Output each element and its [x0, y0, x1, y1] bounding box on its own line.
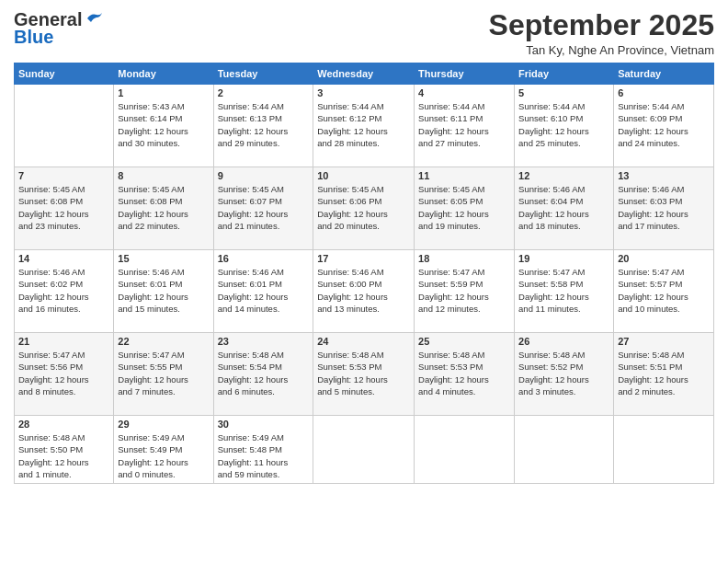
day-info: Sunrise: 5:45 AM Sunset: 6:07 PM Dayligh… [218, 183, 310, 232]
logo-blue-text: Blue [14, 27, 53, 48]
day-info: Sunrise: 5:46 AM Sunset: 6:04 PM Dayligh… [518, 183, 609, 232]
calendar-cell: 28Sunrise: 5:48 AM Sunset: 5:50 PM Dayli… [15, 416, 114, 484]
calendar-cell: 16Sunrise: 5:46 AM Sunset: 6:01 PM Dayli… [213, 250, 313, 333]
day-info: Sunrise: 5:46 AM Sunset: 6:01 PM Dayligh… [118, 266, 209, 315]
day-info: Sunrise: 5:48 AM Sunset: 5:53 PM Dayligh… [418, 349, 510, 397]
day-number: 27 [618, 336, 710, 347]
day-number: 4 [418, 87, 510, 98]
day-number: 10 [317, 170, 410, 181]
weekday-header-saturday: Saturday [614, 63, 714, 85]
day-number: 13 [618, 170, 710, 181]
calendar-cell: 11Sunrise: 5:45 AM Sunset: 6:05 PM Dayli… [415, 167, 515, 250]
calendar-cell: 17Sunrise: 5:46 AM Sunset: 6:00 PM Dayli… [313, 250, 415, 333]
calendar-table: SundayMondayTuesdayWednesdayThursdayFrid… [14, 63, 714, 484]
day-number: 26 [518, 336, 609, 347]
day-info: Sunrise: 5:48 AM Sunset: 5:53 PM Dayligh… [317, 349, 410, 397]
calendar-cell [15, 85, 114, 167]
weekday-header-sunday: Sunday [15, 63, 114, 85]
calendar-cell: 15Sunrise: 5:46 AM Sunset: 6:01 PM Dayli… [114, 250, 213, 333]
calendar-cell [313, 416, 415, 484]
calendar-cell: 20Sunrise: 5:47 AM Sunset: 5:57 PM Dayli… [614, 250, 714, 333]
calendar-cell: 24Sunrise: 5:48 AM Sunset: 5:53 PM Dayli… [313, 333, 415, 416]
day-number: 19 [518, 253, 609, 264]
calendar-cell [614, 416, 714, 484]
logo: General Blue [14, 9, 104, 48]
day-info: Sunrise: 5:45 AM Sunset: 6:06 PM Dayligh… [317, 183, 410, 232]
day-info: Sunrise: 5:47 AM Sunset: 5:58 PM Dayligh… [518, 266, 609, 315]
day-number: 14 [18, 253, 109, 264]
calendar-cell: 4Sunrise: 5:44 AM Sunset: 6:11 PM Daylig… [415, 85, 515, 167]
calendar-cell: 30Sunrise: 5:49 AM Sunset: 5:48 PM Dayli… [213, 416, 313, 484]
calendar-cell: 8Sunrise: 5:45 AM Sunset: 6:08 PM Daylig… [114, 167, 213, 250]
day-info: Sunrise: 5:48 AM Sunset: 5:52 PM Dayligh… [518, 349, 609, 397]
day-number: 18 [418, 253, 510, 264]
calendar-cell: 9Sunrise: 5:45 AM Sunset: 6:07 PM Daylig… [213, 167, 313, 250]
day-info: Sunrise: 5:47 AM Sunset: 5:57 PM Dayligh… [618, 266, 710, 315]
day-info: Sunrise: 5:46 AM Sunset: 6:01 PM Dayligh… [218, 266, 310, 315]
weekday-header-tuesday: Tuesday [213, 63, 313, 85]
calendar-cell: 13Sunrise: 5:46 AM Sunset: 6:03 PM Dayli… [614, 167, 714, 250]
day-info: Sunrise: 5:45 AM Sunset: 6:08 PM Dayligh… [118, 183, 209, 232]
day-number: 16 [218, 253, 310, 264]
calendar-cell [415, 416, 515, 484]
calendar-cell: 19Sunrise: 5:47 AM Sunset: 5:58 PM Dayli… [515, 250, 614, 333]
day-info: Sunrise: 5:46 AM Sunset: 6:02 PM Dayligh… [18, 266, 109, 315]
day-info: Sunrise: 5:45 AM Sunset: 6:08 PM Dayligh… [18, 183, 109, 232]
calendar-cell: 7Sunrise: 5:45 AM Sunset: 6:08 PM Daylig… [15, 167, 114, 250]
day-info: Sunrise: 5:47 AM Sunset: 5:59 PM Dayligh… [418, 266, 510, 315]
day-number: 17 [317, 253, 410, 264]
month-title: September 2025 [489, 9, 714, 41]
day-number: 7 [18, 170, 109, 181]
day-number: 21 [18, 336, 109, 347]
calendar-cell: 18Sunrise: 5:47 AM Sunset: 5:59 PM Dayli… [415, 250, 515, 333]
day-info: Sunrise: 5:44 AM Sunset: 6:12 PM Dayligh… [317, 100, 410, 149]
day-number: 6 [618, 87, 710, 98]
day-info: Sunrise: 5:44 AM Sunset: 6:13 PM Dayligh… [218, 100, 310, 149]
day-number: 30 [218, 419, 310, 430]
weekday-header-friday: Friday [515, 63, 614, 85]
calendar-cell: 6Sunrise: 5:44 AM Sunset: 6:09 PM Daylig… [614, 85, 714, 167]
day-number: 3 [317, 87, 410, 98]
logo-bird-icon [84, 11, 104, 26]
calendar-cell: 3Sunrise: 5:44 AM Sunset: 6:12 PM Daylig… [313, 85, 415, 167]
calendar-cell: 12Sunrise: 5:46 AM Sunset: 6:04 PM Dayli… [515, 167, 614, 250]
day-info: Sunrise: 5:47 AM Sunset: 5:56 PM Dayligh… [18, 349, 109, 397]
day-number: 29 [118, 419, 209, 430]
day-info: Sunrise: 5:48 AM Sunset: 5:51 PM Dayligh… [618, 349, 710, 397]
day-info: Sunrise: 5:44 AM Sunset: 6:11 PM Dayligh… [418, 100, 510, 149]
location: Tan Ky, Nghe An Province, Vietnam [489, 43, 714, 57]
calendar-cell: 29Sunrise: 5:49 AM Sunset: 5:49 PM Dayli… [114, 416, 213, 484]
day-number: 24 [317, 336, 410, 347]
day-info: Sunrise: 5:45 AM Sunset: 6:05 PM Dayligh… [418, 183, 510, 232]
calendar-cell: 22Sunrise: 5:47 AM Sunset: 5:55 PM Dayli… [114, 333, 213, 416]
day-number: 23 [218, 336, 310, 347]
day-number: 20 [618, 253, 710, 264]
calendar-cell: 2Sunrise: 5:44 AM Sunset: 6:13 PM Daylig… [213, 85, 313, 167]
calendar-cell: 23Sunrise: 5:48 AM Sunset: 5:54 PM Dayli… [213, 333, 313, 416]
day-info: Sunrise: 5:48 AM Sunset: 5:50 PM Dayligh… [18, 431, 109, 480]
calendar-cell: 26Sunrise: 5:48 AM Sunset: 5:52 PM Dayli… [515, 333, 614, 416]
weekday-header-thursday: Thursday [415, 63, 515, 85]
day-number: 11 [418, 170, 510, 181]
title-block: September 2025 Tan Ky, Nghe An Province,… [489, 9, 714, 57]
day-number: 28 [18, 419, 109, 430]
calendar-cell [515, 416, 614, 484]
day-info: Sunrise: 5:48 AM Sunset: 5:54 PM Dayligh… [218, 349, 310, 397]
calendar-cell: 25Sunrise: 5:48 AM Sunset: 5:53 PM Dayli… [415, 333, 515, 416]
day-info: Sunrise: 5:49 AM Sunset: 5:48 PM Dayligh… [218, 431, 310, 480]
calendar-cell: 27Sunrise: 5:48 AM Sunset: 5:51 PM Dayli… [614, 333, 714, 416]
day-info: Sunrise: 5:44 AM Sunset: 6:10 PM Dayligh… [518, 100, 609, 149]
day-number: 12 [518, 170, 609, 181]
day-info: Sunrise: 5:44 AM Sunset: 6:09 PM Dayligh… [618, 100, 710, 149]
day-number: 25 [418, 336, 510, 347]
calendar-cell: 14Sunrise: 5:46 AM Sunset: 6:02 PM Dayli… [15, 250, 114, 333]
day-info: Sunrise: 5:47 AM Sunset: 5:55 PM Dayligh… [118, 349, 209, 397]
day-number: 2 [218, 87, 310, 98]
weekday-header-monday: Monday [114, 63, 213, 85]
day-info: Sunrise: 5:46 AM Sunset: 6:00 PM Dayligh… [317, 266, 410, 315]
day-number: 22 [118, 336, 209, 347]
calendar-cell: 21Sunrise: 5:47 AM Sunset: 5:56 PM Dayli… [15, 333, 114, 416]
day-info: Sunrise: 5:49 AM Sunset: 5:49 PM Dayligh… [118, 431, 209, 480]
calendar-cell: 10Sunrise: 5:45 AM Sunset: 6:06 PM Dayli… [313, 167, 415, 250]
day-info: Sunrise: 5:46 AM Sunset: 6:03 PM Dayligh… [618, 183, 710, 232]
